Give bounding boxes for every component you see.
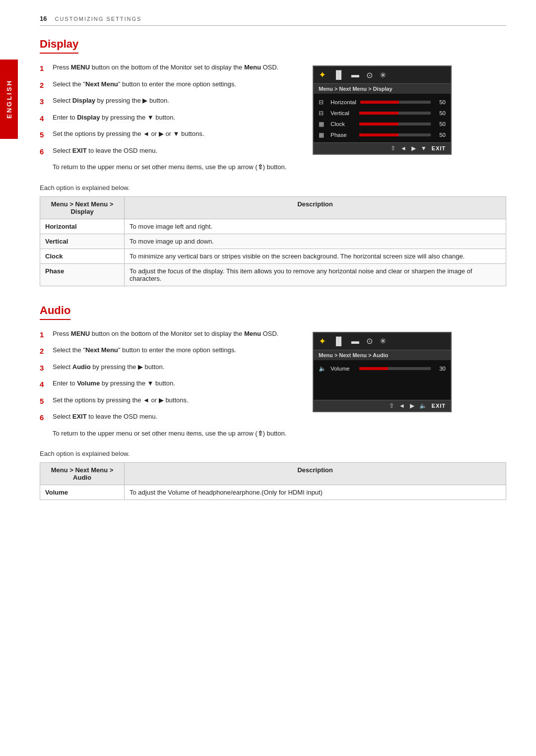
- audio-step-5: 5 Set the options by pressing the ◄ or ▶…: [40, 395, 298, 407]
- display-section-title: Display: [40, 38, 78, 54]
- osd-item-icon-phase: ▦: [319, 131, 327, 138]
- audio-osd: ✦ ▐▌ ▬ ⊙ ✳ Menu > Next Menu > Audio 🔈: [313, 329, 506, 439]
- audio-osd-footer-right-icon: ▶: [410, 402, 414, 409]
- audio-step-1: 1 Press MENU button on the bottom of the…: [40, 329, 298, 341]
- display-table-row-horizontal: Horizontal To move image left and right.: [40, 219, 506, 234]
- display-table-row-vertical: Vertical To move image up and down.: [40, 234, 506, 249]
- step-num-3: 3: [40, 96, 51, 108]
- display-step-2: 2 Select the "Next Menu" button to enter…: [40, 79, 298, 91]
- osd-item-volume: 🔈 Volume 30: [314, 363, 451, 374]
- osd-item-label-phase: Phase: [331, 132, 355, 138]
- osd-item-label-volume: Volume: [331, 366, 355, 372]
- audio-step-num-1: 1: [40, 329, 51, 341]
- osd-item-val-volume: 30: [435, 366, 446, 372]
- audio-step6-sub: To return to the upper menu or set other…: [53, 429, 298, 439]
- audio-step-text-5: Set the options by pressing the ◄ or ▶ b…: [53, 395, 298, 405]
- audio-osd-footer-exit-label: EXIT: [432, 403, 446, 409]
- step-text-2: Select the "Next Menu" button to enter t…: [53, 79, 298, 89]
- osd-item-label-vertical: Vertical: [331, 110, 355, 116]
- page-title-top: CUSTOMIZING SETTINGS: [55, 16, 141, 22]
- audio-section-title: Audio: [40, 304, 70, 320]
- step-text-4: Enter to Display by pressing the ▼ butto…: [53, 113, 298, 123]
- audio-step-4: 4 Enter to Volume by pressing the ▼ butt…: [40, 378, 298, 390]
- audio-osd-icon-display: ▬: [351, 337, 359, 346]
- audio-explain-text: Each option is explained below.: [40, 450, 506, 457]
- display-steps: 1 Press MENU button on the bottom of the…: [40, 63, 298, 172]
- osd-item-horizontal: ⊟ Horizontal 50: [314, 97, 451, 108]
- audio-osd-breadcrumb: Menu > Next Menu > Audio: [314, 350, 451, 360]
- osd-item-phase: ▦ Phase 50: [314, 129, 451, 140]
- audio-step-text-4: Enter to Volume by pressing the ▼ button…: [53, 378, 298, 388]
- osd-item-label-clock: Clock: [331, 121, 355, 127]
- display-table-header-row: Menu > Next Menu > Display Description: [40, 196, 506, 219]
- audio-osd-icon-exit-top: ✳: [380, 336, 386, 346]
- step-num-4: 4: [40, 113, 51, 125]
- step-text-6: Select EXIT to leave the OSD menu.: [53, 146, 298, 156]
- osd-bar-phase: [359, 133, 431, 136]
- display-step-4: 4 Enter to Display by pressing the ▼ but…: [40, 113, 298, 125]
- osd-item-val-horizontal: 50: [435, 99, 446, 105]
- display-step-6: 6 Select EXIT to leave the OSD menu.: [40, 146, 298, 158]
- audio-osd-icon-input: ▐▌: [333, 337, 344, 346]
- audio-step-num-2: 2: [40, 346, 51, 357]
- display-steps-list: 1 Press MENU button on the bottom of the…: [40, 63, 298, 157]
- audio-section-layout: 1 Press MENU button on the bottom of the…: [40, 329, 506, 439]
- osd-footer-up-icon: ⇧: [391, 145, 396, 152]
- osd-icon-display: ▬: [351, 70, 359, 79]
- display-table: Menu > Next Menu > Display Description H…: [40, 196, 506, 286]
- display-table-cell-clock-name: Clock: [40, 249, 125, 263]
- audio-step-3: 3 Select Audio by pressing the ▶ button.: [40, 362, 298, 374]
- display-table-cell-clock-desc: To minimize any vertical bars or stripes…: [125, 249, 506, 263]
- osd-item-val-clock: 50: [435, 121, 446, 127]
- audio-osd-footer: ⇧ ◄ ▶ 🔈 EXIT: [314, 400, 451, 411]
- audio-step-num-4: 4: [40, 379, 51, 390]
- osd-icon-brightness: ✦: [319, 69, 326, 80]
- step-num-2: 2: [40, 80, 51, 91]
- display-table-cell-horizontal-name: Horizontal: [40, 219, 125, 234]
- display-table-cell-horizontal-desc: To move image left and right.: [125, 219, 506, 234]
- step-num-5: 5: [40, 129, 51, 141]
- osd-footer-right-icon: ▶: [411, 145, 416, 152]
- audio-osd-icon-settings: ⊙: [366, 336, 373, 346]
- display-section-layout: 1 Press MENU button on the bottom of the…: [40, 63, 506, 172]
- audio-osd-icon-brightness: ✦: [319, 336, 326, 347]
- step-num-1: 1: [40, 63, 51, 74]
- osd-icon-settings: ⊙: [366, 70, 373, 80]
- audio-osd-screen: ✦ ▐▌ ▬ ⊙ ✳ Menu > Next Menu > Audio 🔈: [313, 332, 452, 412]
- audio-step-num-5: 5: [40, 396, 51, 407]
- display-osd-screen: ✦ ▐▌ ▬ ⊙ ✳ Menu > Next Menu > Display ⊟: [313, 65, 452, 155]
- osd-icon-input: ▐▌: [333, 70, 344, 79]
- audio-table-cell-volume-desc: To adjust the Volume of headphone/earpho…: [125, 485, 506, 500]
- osd-item-clock: ▦ Clock 50: [314, 119, 451, 129]
- osd-bar-vertical: [359, 112, 431, 115]
- display-table-cell-phase-desc: To adjust the focus of the display. This…: [125, 263, 506, 286]
- display-osd-items: ⊟ Horizontal 50 ⊟ Vertical 50 ▦: [314, 94, 451, 142]
- osd-item-val-vertical: 50: [435, 110, 446, 116]
- audio-osd-items: 🔈 Volume 30: [314, 360, 451, 400]
- display-table-row-clock: Clock To minimize any vertical bars or s…: [40, 249, 506, 263]
- step-text-5: Set the options by pressing the ◄ or ▶ o…: [53, 129, 298, 139]
- audio-table-col2-header: Description: [125, 463, 506, 485]
- page: ENGLISH 16 CUSTOMIZING SETTINGS Display …: [0, 0, 536, 538]
- display-step-1: 1 Press MENU button on the bottom of the…: [40, 63, 298, 74]
- audio-step-num-6: 6: [40, 412, 51, 424]
- audio-step-text-2: Select the "Next Menu" button to enter t…: [53, 345, 298, 355]
- display-table-col1-header: Menu > Next Menu > Display: [40, 196, 125, 219]
- osd-item-icon-clock: ▦: [319, 121, 327, 127]
- osd-bar-horizontal: [360, 101, 431, 104]
- osd-item-val-phase: 50: [435, 132, 446, 138]
- audio-step-text-3: Select Audio by pressing the ▶ button.: [53, 362, 298, 372]
- display-osd: ✦ ▐▌ ▬ ⊙ ✳ Menu > Next Menu > Display ⊟: [313, 63, 506, 172]
- page-number: 16: [40, 15, 47, 22]
- display-step6-sub: To return to the upper menu or set other…: [53, 162, 298, 172]
- display-table-cell-vertical-desc: To move image up and down.: [125, 234, 506, 249]
- display-table-row-phase: Phase To adjust the focus of the display…: [40, 263, 506, 286]
- display-table-col2-header: Description: [125, 196, 506, 219]
- osd-footer-left-icon: ◄: [401, 145, 406, 152]
- audio-steps: 1 Press MENU button on the bottom of the…: [40, 329, 298, 439]
- audio-table-row-volume: Volume To adjust the Volume of headphone…: [40, 485, 506, 500]
- display-table-cell-phase-name: Phase: [40, 263, 125, 286]
- audio-step-text-6: Select EXIT to leave the OSD menu.: [53, 412, 298, 422]
- audio-section: Audio 1 Press MENU button on the bottom …: [40, 304, 506, 501]
- display-table-cell-vertical-name: Vertical: [40, 234, 125, 249]
